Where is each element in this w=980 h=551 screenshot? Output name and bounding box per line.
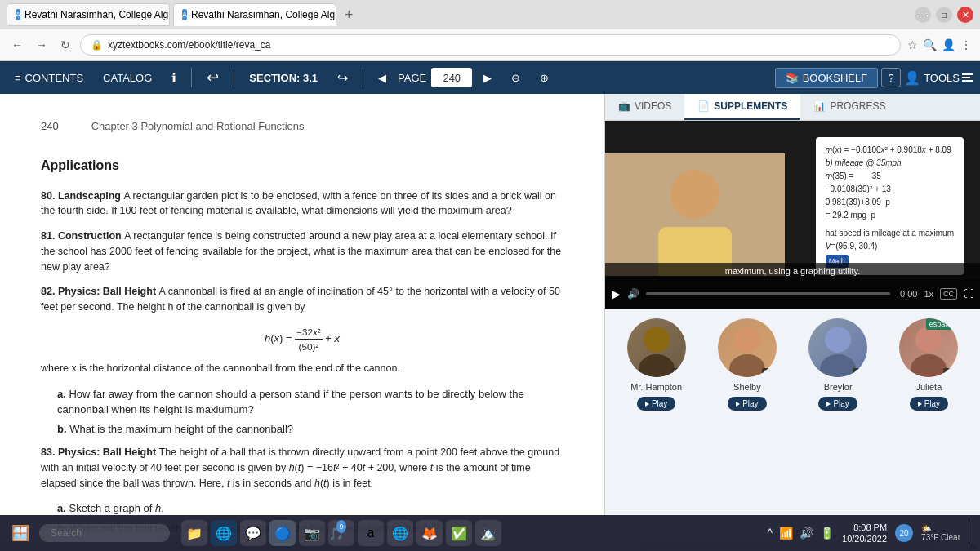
instructor-breylor: CC Breylor Play [797, 318, 880, 411]
bookshelf-icon: 📚 [786, 72, 799, 84]
taskbar-app-music[interactable]: 🎵 9 [328, 520, 354, 546]
user-button[interactable]: 👤 [904, 70, 920, 86]
prev-page-button[interactable]: ◀ [370, 69, 394, 87]
battery-icon[interactable]: 🔋 [820, 527, 834, 540]
taskbar: 🪟 📁 🌐 💬 🔵 📷 🎵 9 a 🌐 🦊 ✅ 🏔️ ^ 📶 🔊 🔋 8:08 … [0, 515, 980, 551]
bars-icon [962, 73, 973, 82]
taskbar-app-chrome[interactable]: 🌐 [387, 520, 413, 546]
where-label: where x is the horizontal distance of th… [41, 362, 400, 374]
taskbar-app-a[interactable]: a [358, 520, 384, 546]
tab-supplements[interactable]: 📄 SUPPLEMENTS [684, 94, 800, 120]
taskbar-app-teams[interactable]: 🔵 [270, 520, 296, 546]
update-badge[interactable]: 20 [895, 524, 913, 542]
problem-82b-label: b. [57, 423, 69, 435]
book-content: 240 Chapter 3 Polynomial and Rational Fu… [0, 94, 604, 542]
catalog-label: CATALOG [103, 72, 152, 84]
page-label: PAGE [398, 72, 426, 84]
chevron-up-icon[interactable]: ^ [767, 527, 773, 540]
new-tab-button[interactable]: + [340, 7, 359, 24]
taskbar-app-firefox[interactable]: 🦊 [416, 520, 443, 546]
hampton-cc-badge: CC [671, 368, 684, 375]
info-button[interactable]: ℹ [163, 67, 185, 89]
contents-button[interactable]: ≡ CONTENTS [7, 69, 91, 87]
page-input[interactable] [431, 68, 472, 87]
video-progress-bar[interactable] [646, 292, 890, 295]
settings-button[interactable]: ⋮ [960, 38, 972, 51]
undo-button[interactable]: ↩ [198, 65, 227, 90]
bookshelf-button[interactable]: 📚 BOOKSHELF [775, 68, 878, 88]
weather-display[interactable]: 🌤️ 73°F Clear [921, 524, 960, 542]
tab-2-label: Revathi Narasimhan, College Alg... [191, 9, 336, 20]
taskbar-app-mountain[interactable]: 🏔️ [475, 520, 501, 546]
profile-button[interactable]: 👤 [942, 38, 956, 51]
page-container: PAGE [398, 68, 472, 87]
restore-button[interactable]: □ [936, 7, 952, 23]
breylor-cc-badge: CC [853, 368, 866, 375]
svg-point-3 [639, 354, 675, 377]
url-bar[interactable]: 🔒 xyztextbooks.com/ebook/title/reva_ca [80, 34, 901, 56]
volume-button[interactable]: 🔊 [627, 288, 639, 300]
bookmark-button[interactable]: ☆ [907, 38, 918, 51]
problem-83a-text: Sketch a graph of h. [69, 502, 163, 514]
show-desktop-button[interactable] [969, 520, 973, 546]
update-count: 20 [900, 529, 909, 538]
start-button[interactable]: 🪟 [7, 521, 34, 545]
problem-83a-label: a. [57, 502, 69, 514]
problem-82b: b. What is the maximum height of the can… [57, 421, 564, 438]
forward-button[interactable]: → [33, 35, 51, 55]
next-page-button[interactable]: ▶ [475, 69, 500, 87]
taskbar-app-file[interactable]: 📁 [181, 520, 207, 546]
avatar-breylor: CC [808, 318, 867, 377]
tab-progress[interactable]: 📊 PROGRESS [800, 94, 898, 120]
taskbar-search[interactable] [39, 524, 170, 542]
instructors-grid: CC Mr. Hampton Play CC [615, 318, 970, 411]
hampton-play-icon [645, 402, 649, 407]
extensions-button[interactable]: 🔍 [923, 38, 937, 51]
breylor-play-button[interactable]: Play [818, 397, 857, 411]
shelby-cc-badge: CC [762, 368, 775, 375]
svg-point-9 [911, 354, 947, 377]
julieta-play-button[interactable]: Play [910, 397, 948, 411]
main-content: 240 Chapter 3 Polynomial and Rational Fu… [0, 94, 980, 551]
instructor-julieta: CC español Julieta Play [888, 318, 970, 411]
back-button[interactable]: ← [8, 35, 26, 55]
hampton-play-button[interactable]: Play [637, 397, 675, 411]
minimize-button[interactable]: — [915, 7, 931, 23]
share-button[interactable]: ↪ [329, 67, 356, 89]
zoom-out-button[interactable]: ⊖ [503, 69, 528, 87]
taskbar-app-photos[interactable]: 📷 [299, 520, 325, 546]
section-label: SECTION: 3.1 [241, 72, 326, 84]
speed-display: 1x [924, 289, 933, 299]
volume-icon[interactable]: 🔊 [800, 527, 813, 540]
temperature: 73°F Clear [921, 533, 960, 542]
problem-83: 83. Physics: Ball Height The height of a… [41, 445, 564, 491]
catalog-button[interactable]: CATALOG [95, 69, 160, 87]
video-caption: maximum, using a graphing utility. [605, 263, 980, 279]
math-line-8: V=(95.9, 30.4) [826, 240, 954, 253]
svg-point-4 [734, 327, 760, 353]
play-pause-button[interactable]: ▶ [612, 287, 621, 300]
network-icon[interactable]: 📶 [779, 527, 793, 540]
bookshelf-label: BOOKSHELF [803, 72, 867, 84]
tab-2[interactable]: A Revathi Narasimhan, College Alg... ✕ [173, 3, 336, 26]
close-window-button[interactable]: ✕ [957, 7, 973, 23]
reload-button[interactable]: ↻ [57, 35, 74, 55]
problem-82: 82. Physics: Ball Height A cannonball is… [41, 284, 564, 315]
shelby-play-button[interactable]: Play [728, 397, 766, 411]
problem-82a-text: How far away from the cannon should a pe… [57, 388, 524, 416]
zoom-in-button[interactable]: ⊕ [532, 69, 557, 87]
tab-videos[interactable]: 📺 VIDEOS [605, 94, 684, 120]
help-button[interactable]: ? [881, 68, 901, 87]
fullscreen-button[interactable]: ⛶ [964, 288, 973, 300]
shelby-play-label: Play [742, 399, 758, 408]
taskbar-app-check[interactable]: ✅ [446, 520, 472, 546]
taskbar-app-browser[interactable]: 🌐 [211, 520, 237, 546]
julieta-play-icon [918, 402, 922, 407]
problem-82b-text: What is the maximum height of the cannon… [69, 423, 293, 435]
tools-button[interactable]: TOOLS [924, 72, 973, 84]
taskbar-app-chat[interactable]: 💬 [240, 520, 266, 546]
avatar-shelby: CC [718, 318, 777, 377]
tab-1[interactable]: A Revathi Narasimhan, College Alg... ✕ [7, 3, 170, 26]
time-block[interactable]: 8:08 PM 10/20/2022 [842, 522, 887, 545]
cc-button[interactable]: CC [940, 288, 957, 300]
